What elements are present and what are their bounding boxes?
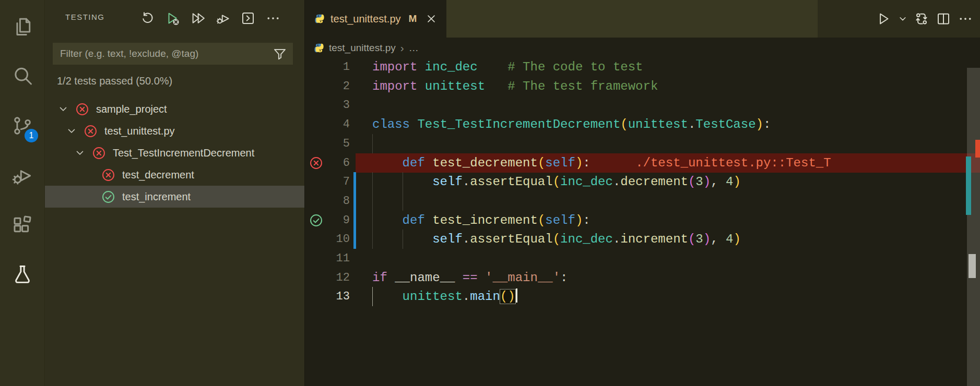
line-number: 10 [321, 230, 350, 249]
line-number: 5 [321, 134, 350, 153]
activity-item-extensions[interactable] [0, 202, 44, 247]
code-token: Test_TestIncrementDecrement [417, 117, 620, 131]
code-token: , [711, 175, 718, 189]
vertical-scrollbar[interactable] [967, 68, 980, 386]
more-actions-button[interactable] [264, 8, 282, 29]
inline-test-error-message: ./test_unittest.py::Test_T [635, 156, 831, 170]
code-token: import [372, 60, 417, 74]
activity-item-source-control[interactable]: 1 [0, 103, 44, 148]
test-tree-item-test_unittest.py[interactable]: test_unittest.py [45, 120, 325, 142]
code-text: import inc_dec # The code to test [372, 57, 643, 77]
code-token: import [372, 79, 417, 93]
code-line-10: 10 self.assertEqual(inc_dec.increment(3)… [305, 230, 980, 249]
test-passed-icon [101, 190, 115, 204]
files-icon [11, 15, 34, 38]
code-token [417, 60, 424, 74]
debug-tests-button[interactable] [214, 8, 232, 29]
code-token [410, 117, 417, 131]
code-token: def [403, 213, 425, 227]
code-token: ) [575, 213, 583, 227]
code-token [478, 271, 485, 285]
show-test-output-button[interactable] [239, 8, 257, 29]
line-number: 4 [321, 115, 350, 134]
overview-ruler-error-marker [975, 140, 980, 158]
tree-item-label: test_unittest.py [104, 125, 175, 137]
code-token: ( [538, 156, 545, 170]
code-token: 3 [695, 232, 703, 246]
line-number: 6 [321, 153, 350, 173]
test-filter-input[interactable] [53, 48, 272, 59]
code-line-4: 4class Test_TestIncrementDecrement(unitt… [305, 115, 980, 134]
rerun-failed-tests-button[interactable] [164, 8, 182, 29]
code-token [591, 156, 635, 170]
test-filter-box [53, 43, 293, 65]
code-token [425, 156, 432, 170]
activity-item-testing[interactable] [0, 252, 44, 296]
test-tree-item-sample_project[interactable]: sample_project [45, 98, 317, 120]
code-token: . [613, 232, 620, 246]
code-token: # The code to test [507, 60, 643, 74]
code-token: : [583, 213, 590, 227]
git-modified-badge: M [409, 13, 417, 25]
code-token: : [560, 271, 568, 285]
code-token: , [711, 232, 718, 246]
split-icon [936, 11, 951, 27]
code-token [718, 232, 726, 246]
run-dropdown-button[interactable] [898, 14, 907, 23]
code-line-8: 8 [305, 191, 980, 211]
open-changes-icon [914, 11, 929, 27]
filter-icon[interactable] [272, 46, 288, 62]
code-token: inc_dec [560, 232, 613, 246]
code-token: . [463, 175, 470, 189]
code-line-1: 1import inc_dec # The code to test [305, 57, 980, 77]
breadcrumb-symbol[interactable]: … [409, 42, 419, 54]
search-icon [11, 65, 34, 88]
code-token: 4 [726, 175, 733, 189]
editor-more-actions-button[interactable] [958, 11, 973, 27]
run-all-tests-button[interactable] [189, 8, 207, 29]
code-token: . [463, 290, 470, 304]
code-token: 3 [695, 175, 703, 189]
run-all-icon [190, 10, 206, 26]
code-text: if __name__ == '__main__': [372, 268, 568, 287]
code-token: TestCase [695, 117, 755, 131]
run-or-debug-button[interactable] [876, 11, 892, 27]
breadcrumb-file[interactable]: test_unittest.py [329, 42, 396, 54]
split-editor-button[interactable] [936, 11, 951, 27]
code-token [372, 213, 403, 227]
activity-item-explorer[interactable] [0, 4, 44, 49]
code-token: ) [703, 232, 711, 246]
more-icon [958, 11, 973, 27]
code-text: unittest.main() [372, 287, 517, 306]
test-tree-item-Test_TestIncrementDecrement[interactable]: Test_TestIncrementDecrement [45, 142, 334, 164]
refresh-tests-button[interactable] [139, 8, 157, 29]
tests-passed-status: 1/2 tests passed (50.0%) [57, 75, 172, 87]
code-text: def test_increment(self): [372, 211, 591, 230]
line-number: 13 [321, 287, 350, 306]
code-token: test_increment [432, 213, 538, 227]
chevron-down-icon[interactable] [66, 125, 77, 137]
code-token: ( [553, 232, 560, 246]
code-line-2: 2import unittest # The test framework [305, 77, 980, 96]
code-token [372, 290, 403, 304]
code-token [485, 79, 507, 93]
overview-ruler-cursor-marker [969, 254, 976, 278]
code-token: decrement [620, 175, 688, 189]
overview-ruler-modified-marker [966, 156, 971, 215]
test-failed-icon [84, 124, 98, 138]
code-token: self [545, 156, 575, 170]
debug-icon [11, 164, 34, 187]
activity-item-search[interactable] [0, 54, 44, 98]
close-icon[interactable] [426, 13, 437, 25]
tab-test-unittest[interactable]: test_unittest.py M [305, 0, 446, 38]
tab-label: test_unittest.py [330, 13, 401, 25]
code-token [718, 175, 726, 189]
code-token: ( [553, 175, 560, 189]
open-changes-button[interactable] [914, 11, 929, 27]
code-token: ( [688, 232, 695, 246]
chevron-down-icon[interactable] [74, 147, 86, 159]
code-token: def [403, 156, 425, 170]
indent-guide [403, 191, 403, 211]
activity-item-run-and-debug[interactable] [0, 153, 44, 197]
chevron-down-icon[interactable] [57, 103, 69, 115]
